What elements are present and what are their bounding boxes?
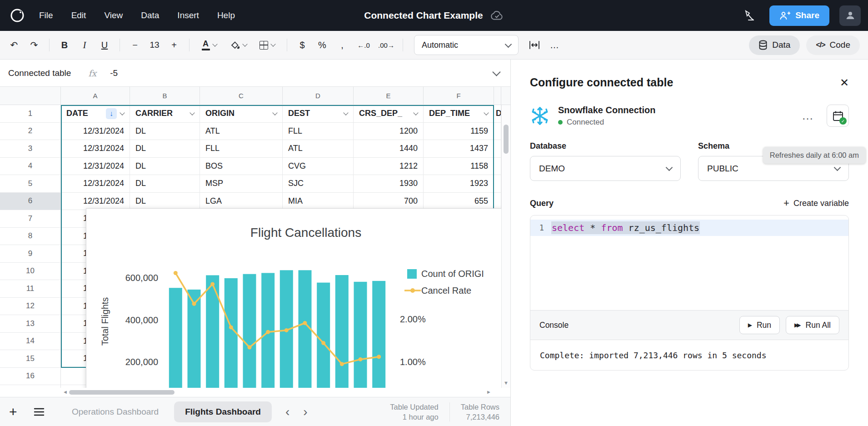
tab-operations-dashboard[interactable]: Operations Dashboard (61, 401, 170, 422)
tab-flights-dashboard[interactable]: Flights Dashboard (174, 401, 272, 422)
cell[interactable]: BOS (200, 158, 283, 175)
increase-font-button[interactable]: + (165, 35, 184, 55)
cell[interactable]: DL (130, 175, 200, 193)
header-cell-crs_dep_[interactable]: CRS_DEP_ (354, 105, 424, 123)
cell[interactable]: 12/31/2024 (61, 175, 130, 193)
prev-sheet-icon[interactable]: ‹ (285, 406, 289, 418)
column-header-d[interactable]: D (283, 87, 354, 105)
menu-file[interactable]: File (39, 10, 53, 20)
run-all-button[interactable]: ▶▶ Run All (786, 316, 839, 334)
cell[interactable]: ATL (283, 140, 354, 158)
currency-format-button[interactable]: $ (293, 35, 312, 55)
cell[interactable]: 12/31/2024 (61, 123, 130, 140)
cell[interactable]: 12/31/2024 (61, 140, 130, 158)
code-area[interactable]: 1 select * from rz_us_flights (530, 216, 848, 310)
column-header-c[interactable]: C (200, 87, 283, 105)
redo-button[interactable]: ↷ (25, 35, 44, 55)
column-header-e[interactable]: E (354, 87, 424, 105)
row-number[interactable]: 10 (0, 263, 61, 281)
header-cell-date[interactable]: DATE↓ (61, 105, 130, 123)
code-panel-button[interactable]: </> Code (806, 35, 860, 55)
increase-decimal-button[interactable]: .00→ (375, 35, 397, 55)
cell[interactable]: 1159 (424, 123, 494, 140)
cell[interactable] (494, 158, 501, 175)
row-number[interactable]: 15 (0, 350, 61, 368)
horizontal-scrollbar-thumb[interactable] (69, 390, 175, 395)
menu-insert[interactable]: Insert (177, 10, 199, 20)
header-cell-origin[interactable]: ORIGIN (200, 105, 283, 123)
run-button[interactable]: ▶ Run (739, 316, 780, 334)
cell[interactable]: 1158 (424, 158, 494, 175)
underline-button[interactable]: U (95, 35, 114, 55)
cell[interactable]: FLL (200, 140, 283, 158)
cell[interactable]: DL (130, 193, 200, 210)
data-panel-button[interactable]: Data (749, 35, 800, 55)
cell[interactable]: 1440 (354, 140, 424, 158)
more-options-button[interactable]: … (545, 35, 564, 55)
cell[interactable]: DL (130, 123, 200, 140)
number-format-select[interactable]: Automatic (414, 35, 519, 55)
filter-chevron-icon[interactable] (413, 110, 418, 115)
row-number[interactable]: 4 (0, 158, 61, 175)
decrease-font-button[interactable]: − (125, 35, 145, 55)
formula-input[interactable]: -5 (110, 68, 118, 78)
cell[interactable]: SJC (283, 175, 354, 193)
rows-logo[interactable] (9, 7, 25, 24)
header-cell-carrier[interactable]: CARRIER (130, 105, 200, 123)
formula-expand-chevron-icon[interactable] (492, 68, 500, 76)
cell[interactable]: DL (130, 158, 200, 175)
refresh-schedule-button[interactable]: ✓ (827, 105, 849, 127)
vertical-scrollbar-thumb[interactable] (504, 125, 509, 154)
row-number[interactable]: 5 (0, 175, 61, 193)
cell[interactable]: 1930 (354, 175, 424, 193)
filter-chevron-icon[interactable] (120, 110, 125, 115)
cell[interactable]: 1212 (354, 158, 424, 175)
cell[interactable]: 12/31/2024 (61, 158, 130, 175)
row-number[interactable]: 6 (0, 193, 61, 210)
row-number[interactable]: 8 (0, 228, 61, 246)
cell[interactable]: FLL (283, 123, 354, 140)
chart-card[interactable]: Flight CancellationsTotal Flights600,000… (86, 208, 502, 388)
decrease-decimal-button[interactable]: ←.0 (353, 35, 374, 55)
menu-data[interactable]: Data (141, 10, 159, 20)
italic-button[interactable]: I (75, 35, 94, 55)
cell[interactable] (494, 123, 501, 140)
row-number[interactable]: 7 (0, 210, 61, 228)
header-cell-dest[interactable]: DEST (283, 105, 354, 123)
sheet-list-icon[interactable] (34, 408, 45, 416)
filter-chevron-icon[interactable] (190, 110, 195, 115)
cell[interactable] (494, 175, 501, 193)
menu-edit[interactable]: Edit (71, 10, 86, 20)
undo-button[interactable]: ↶ (5, 35, 24, 55)
create-variable-button[interactable]: + Create variable (783, 197, 849, 209)
filter-chevron-icon[interactable] (484, 110, 489, 115)
header-cell-dep_time[interactable]: DEP_TIME (424, 105, 494, 123)
column-header-b[interactable]: B (130, 87, 200, 105)
sort-descending-icon[interactable]: ↓ (106, 108, 117, 119)
filter-chevron-icon[interactable] (272, 110, 277, 115)
grid-corner[interactable] (0, 87, 61, 105)
row-number[interactable]: 11 (0, 280, 61, 298)
filter-chevron-icon[interactable] (343, 110, 348, 115)
row-number[interactable]: 14 (0, 333, 61, 351)
fill-color-button[interactable] (224, 35, 252, 55)
cell[interactable]: 12/31/2024 (61, 193, 130, 210)
cell[interactable]: 1200 (354, 123, 424, 140)
cell[interactable]: DL (130, 140, 200, 158)
autofit-icon[interactable] (525, 35, 544, 55)
close-icon[interactable]: ✕ (840, 76, 849, 89)
cell[interactable]: 1923 (424, 175, 494, 193)
cell[interactable]: 1437 (424, 140, 494, 158)
vertical-scrollbar[interactable]: ▼ (501, 105, 510, 388)
row-number[interactable]: 1 (0, 105, 61, 123)
cell[interactable] (494, 140, 501, 158)
row-number[interactable]: 12 (0, 298, 61, 316)
borders-button[interactable] (253, 35, 281, 55)
next-sheet-icon[interactable]: › (303, 406, 307, 418)
add-sheet-button[interactable]: + (9, 404, 25, 420)
connection-more-button[interactable]: … (802, 109, 814, 123)
column-header-a[interactable]: A (61, 87, 130, 105)
database-select[interactable]: DEMO (530, 156, 681, 181)
row-number[interactable]: 13 (0, 315, 61, 333)
row-number[interactable]: 9 (0, 245, 61, 263)
